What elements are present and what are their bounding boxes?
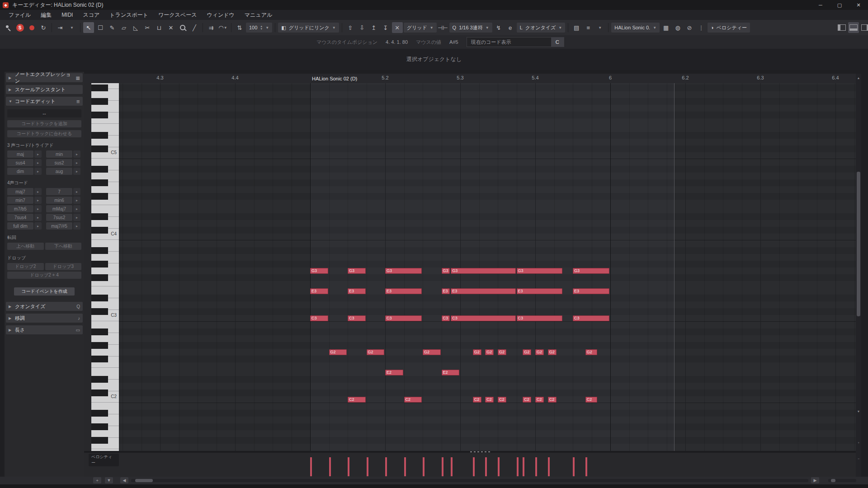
chord-play-arrow-icon[interactable]: ▸ bbox=[73, 214, 80, 221]
insert-velocity-button[interactable]: ⇅ bbox=[234, 22, 245, 33]
pitch-visibility-button[interactable]: ▤ bbox=[571, 22, 582, 33]
chord-play-arrow-icon[interactable]: ▸ bbox=[73, 188, 80, 195]
midi-note[interactable]: E3 bbox=[451, 288, 515, 294]
velocity-bar[interactable] bbox=[517, 457, 519, 476]
black-key[interactable] bbox=[91, 295, 108, 301]
midi-note[interactable]: C3 bbox=[348, 315, 366, 321]
midi-note[interactable]: G2 bbox=[535, 349, 544, 355]
midi-note[interactable]: G2 bbox=[485, 349, 494, 355]
black-key[interactable] bbox=[91, 274, 108, 281]
velocity-bar[interactable] bbox=[348, 457, 349, 476]
chord-play-arrow-icon[interactable]: ▸ bbox=[34, 168, 42, 175]
controller-lane-selector[interactable]: ベロシティー bbox=[89, 454, 119, 466]
range-selection-tool[interactable]: ☐ bbox=[95, 22, 106, 33]
black-key[interactable] bbox=[91, 132, 108, 139]
velocity-bar[interactable] bbox=[548, 457, 550, 476]
chord-play-arrow-icon[interactable]: ▸ bbox=[73, 150, 80, 158]
black-key[interactable] bbox=[91, 423, 108, 430]
chord-play-arrow-icon[interactable]: ▸ bbox=[34, 214, 42, 221]
menu-item-manual[interactable]: マニュアル bbox=[240, 10, 277, 20]
velocity-bar[interactable] bbox=[329, 457, 331, 476]
chord-play-arrow-icon[interactable]: ▸ bbox=[34, 197, 42, 204]
triad-chord-button[interactable]: dim bbox=[7, 168, 33, 175]
chord-play-arrow-icon[interactable]: ▸ bbox=[34, 222, 42, 230]
tetrad-chord-button[interactable]: m7/b5 bbox=[7, 205, 33, 212]
line-tool[interactable]: ╱ bbox=[189, 22, 200, 33]
velocity-bar[interactable] bbox=[498, 457, 500, 476]
menu-item-edit[interactable]: 編集 bbox=[36, 10, 57, 20]
midi-note[interactable]: G3 bbox=[573, 268, 609, 274]
black-key[interactable] bbox=[91, 166, 108, 173]
midi-note[interactable]: G2 bbox=[523, 349, 531, 355]
black-key[interactable] bbox=[91, 342, 108, 349]
quantize-panel-button[interactable]: e bbox=[505, 22, 516, 33]
step-input-button[interactable]: ⇥ bbox=[55, 22, 66, 33]
black-key[interactable] bbox=[91, 84, 108, 91]
event-colors-combo[interactable]: ◑ ベロシティー bbox=[708, 23, 750, 33]
quantize-preset-combo[interactable]: Q 1/16 3連符 ▼ bbox=[449, 23, 492, 33]
velocity-bar[interactable] bbox=[585, 457, 587, 476]
minimize-button[interactable]: ─ bbox=[811, 0, 830, 10]
transpose-down-button[interactable]: ↧ bbox=[380, 22, 391, 33]
velocity-bar[interactable] bbox=[385, 457, 387, 476]
tetrad-chord-button[interactable]: maj7 bbox=[7, 188, 33, 195]
midi-note[interactable]: C2 bbox=[523, 397, 531, 403]
section-scale-assistant[interactable]: ▶ スケールアシスタント bbox=[6, 85, 83, 94]
black-key[interactable] bbox=[91, 112, 108, 118]
tetrad-chord-button[interactable]: min6 bbox=[46, 197, 72, 204]
timeline-ruler[interactable]: HALion Sonic 02 (D) 4.34.45.25.35.466.26… bbox=[84, 74, 856, 84]
part-selector-combo[interactable]: HALion Sonic 0. ▼ bbox=[611, 23, 660, 33]
midi-note[interactable]: G2 bbox=[329, 349, 347, 355]
velocity-bar[interactable] bbox=[523, 457, 524, 476]
section-note-expression[interactable]: ▶ ノートエクスプレッション ▦ bbox=[6, 73, 83, 82]
midi-note[interactable]: G2 bbox=[498, 349, 506, 355]
midi-note[interactable]: E3 bbox=[442, 288, 450, 294]
move-up-inversion-button[interactable]: 上へ移動 bbox=[7, 243, 44, 250]
chord-play-arrow-icon[interactable]: ▸ bbox=[34, 188, 42, 195]
velocity-lane[interactable] bbox=[119, 453, 856, 477]
mute-tool[interactable]: ✕ bbox=[165, 22, 176, 33]
midi-note[interactable]: E3 bbox=[573, 288, 609, 294]
maximize-button[interactable]: ▢ bbox=[830, 0, 849, 10]
black-key[interactable] bbox=[91, 145, 108, 152]
black-key[interactable] bbox=[91, 389, 108, 396]
edit-active-part-button[interactable]: ◍ bbox=[672, 22, 683, 33]
length-quantize-combo[interactable]: L クオンタイズ ▼ bbox=[517, 23, 566, 33]
no-entry-button[interactable]: ⊘ bbox=[684, 22, 695, 33]
midi-note[interactable]: G3 bbox=[385, 268, 422, 274]
snap-type-combo[interactable]: ◧ グリッドにリンク ▼ bbox=[278, 23, 339, 33]
black-key[interactable] bbox=[91, 356, 108, 362]
horizontal-zoom-slider[interactable] bbox=[828, 479, 856, 482]
stepper-icons[interactable]: ▲▼ bbox=[260, 25, 263, 30]
midi-note[interactable]: C2 bbox=[548, 397, 557, 403]
add-chord-track-button[interactable]: コードトラックを追加 bbox=[7, 120, 81, 127]
midi-note[interactable]: E3 bbox=[310, 288, 328, 294]
triad-chord-button[interactable]: sus2 bbox=[46, 159, 72, 166]
black-key[interactable] bbox=[91, 437, 108, 444]
insert-velocity-combo[interactable]: 100 ▲▼ ▼ bbox=[246, 23, 272, 33]
trim-tool[interactable]: ◺ bbox=[130, 22, 141, 33]
view-options-dropdown[interactable]: ▼ bbox=[594, 22, 605, 33]
solo-editor-button[interactable]: S bbox=[14, 22, 25, 33]
midi-note[interactable]: C2 bbox=[498, 397, 506, 403]
midi-note[interactable]: E3 bbox=[517, 288, 563, 294]
tetrad-chord-button[interactable]: 7sus2 bbox=[46, 214, 72, 221]
midi-note[interactable]: C2 bbox=[404, 397, 422, 403]
chord-play-arrow-icon[interactable]: ▸ bbox=[73, 222, 80, 230]
vertical-scroll-thumb[interactable] bbox=[857, 172, 860, 316]
midi-note[interactable]: C2 bbox=[535, 397, 544, 403]
chord-play-arrow-icon[interactable]: ▸ bbox=[73, 168, 80, 175]
chord-play-arrow-icon[interactable]: ▸ bbox=[73, 205, 80, 212]
move-down-button[interactable]: ⇩ bbox=[357, 22, 368, 33]
glue-tool[interactable]: ⊔ bbox=[154, 22, 165, 33]
zoom-in-icon[interactable]: ＋ bbox=[856, 440, 861, 446]
horizontal-scroll-thumb[interactable] bbox=[135, 479, 153, 482]
menu-item-midi[interactable]: MIDI bbox=[57, 10, 78, 20]
velocity-bar[interactable] bbox=[451, 457, 453, 476]
velocity-bar[interactable] bbox=[404, 457, 406, 476]
move-down-inversion-button[interactable]: 下へ移動 bbox=[45, 243, 82, 250]
drop2-4-button[interactable]: ドロップ2 + 4 bbox=[7, 272, 81, 279]
split-tool[interactable]: ✂ bbox=[142, 22, 153, 33]
midi-note[interactable]: C3 bbox=[517, 315, 563, 321]
drop2-button[interactable]: ドロップ2 bbox=[7, 263, 44, 270]
